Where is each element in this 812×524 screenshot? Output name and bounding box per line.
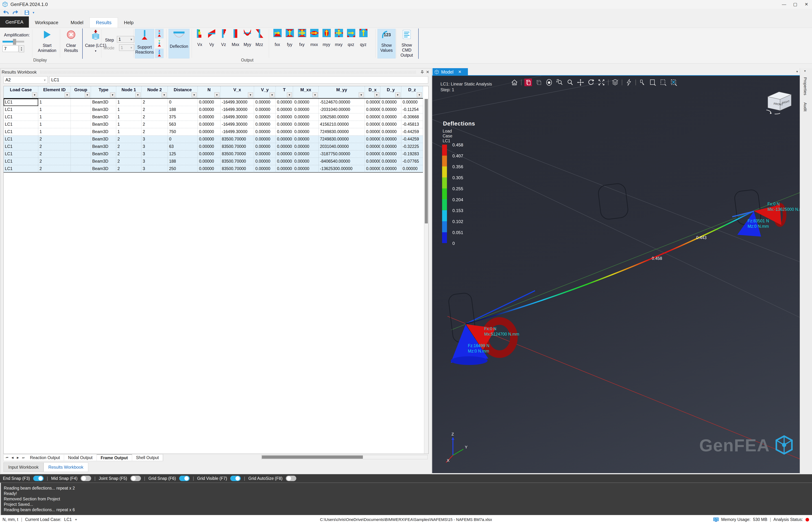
cell[interactable]: 0.00000 (198, 113, 221, 121)
cell[interactable]: LC1 (4, 158, 38, 165)
cell[interactable]: -3187750.00000 (319, 150, 365, 158)
cell[interactable]: 1 (38, 121, 71, 128)
ribbon-myy-shell-button[interactable]: myy (321, 29, 332, 59)
deselect-icon[interactable] (670, 79, 678, 86)
pan-icon[interactable] (577, 79, 584, 86)
ribbon-mxx-shell-button[interactable]: mxx (308, 29, 320, 59)
cell[interactable]: 2 (38, 165, 71, 173)
cell[interactable] (71, 113, 91, 121)
cell[interactable]: -16499.30000 (221, 106, 254, 113)
cell[interactable]: 0.00000 (276, 143, 293, 150)
cell[interactable]: -16499.30000 (221, 113, 254, 121)
ribbon-mxx-button[interactable]: Mxx (230, 29, 241, 59)
close-model-tab-icon[interactable]: ✕ (458, 70, 461, 74)
ribbon-mzz-button[interactable]: Mzz (254, 29, 265, 59)
cell[interactable]: 83500.70000 (221, 143, 254, 150)
cell[interactable]: 1 (38, 106, 71, 113)
cell[interactable]: 750 (168, 128, 198, 136)
cell[interactable] (71, 158, 91, 165)
view-cube[interactable]: FRONT RIGHT (764, 83, 796, 115)
command-output-console[interactable]: Reading beam deflections... repeat x 2Re… (0, 482, 812, 515)
cell[interactable]: 0.00000 (293, 143, 319, 150)
save-icon[interactable] (23, 10, 30, 15)
cell[interactable]: 0.00000 (380, 143, 401, 150)
cell[interactable]: -13625300.00000 (319, 165, 365, 173)
cell[interactable]: 2 (142, 106, 168, 113)
table-vertical-scrollbar[interactable] (424, 99, 428, 454)
cell[interactable]: 0.00000 (380, 158, 401, 165)
cell[interactable]: 0.00000 (365, 136, 380, 143)
cell[interactable]: LC1 (4, 99, 38, 106)
cell[interactable]: 0.00000 (365, 150, 380, 158)
cell[interactable]: 0.00000 (276, 136, 293, 143)
menu-tab-model[interactable]: Model (64, 17, 90, 28)
cell[interactable]: 0.00000 (276, 128, 293, 136)
table-horizontal-scrollbar[interactable] (261, 455, 428, 459)
cell[interactable]: -0.19283 (401, 150, 423, 158)
cell[interactable]: 0.00000 (276, 165, 293, 173)
cell[interactable]: 0.00000 (276, 158, 293, 165)
next-page-icon[interactable]: ▶ (15, 455, 20, 460)
cell[interactable]: 1 (116, 106, 142, 113)
cell[interactable]: 0.00000 (365, 121, 380, 128)
cell[interactable]: Beam3D (91, 165, 116, 173)
amplification-input[interactable]: 7 (2, 46, 18, 52)
filter-button[interactable]: ▼ (192, 92, 197, 97)
formula-bar[interactable]: LC1 (49, 76, 428, 83)
cell[interactable]: 1 (116, 128, 142, 136)
cell[interactable]: 0.00000 (293, 106, 319, 113)
amplification-stepper[interactable]: ▲▼ (19, 46, 24, 52)
cell[interactable]: -0.44259 (401, 128, 423, 136)
toggle-grid-snap-f6-[interactable] (179, 476, 190, 481)
cell[interactable]: 0.00000 (401, 165, 423, 173)
layers-icon[interactable] (611, 79, 619, 86)
zoom-icon[interactable] (566, 79, 574, 86)
shaded-view-icon[interactable] (524, 79, 532, 86)
cell[interactable]: 83500.70000 (221, 150, 254, 158)
cell[interactable]: 3 (142, 150, 168, 158)
ribbon-fyy-shell-button[interactable]: fyy (284, 29, 295, 59)
filter-button[interactable]: ▼ (110, 92, 115, 97)
cell[interactable]: 0.00000 (365, 106, 380, 113)
ribbon-vx-button[interactable]: Vx (194, 29, 205, 59)
cell[interactable]: Beam3D (91, 121, 116, 128)
cell[interactable] (71, 106, 91, 113)
cell[interactable]: 0.00000 (380, 113, 401, 121)
toggle-end-snap-f3-[interactable] (33, 476, 44, 481)
zoom-fit-icon[interactable] (598, 79, 605, 86)
cell[interactable]: -0.45813 (401, 121, 423, 128)
clear-results-button[interactable]: Clear Results (61, 29, 81, 59)
pin-icon[interactable] (419, 70, 425, 75)
model-tab[interactable]: Model ✕ (432, 68, 468, 76)
step-dropdown[interactable]: 1▼ (117, 36, 134, 43)
cell[interactable]: 0.00000 (380, 121, 401, 128)
cell[interactable]: 1 (38, 128, 71, 136)
cell[interactable]: 0.00000 (293, 121, 319, 128)
cell[interactable]: 7249830.00000 (319, 136, 365, 143)
cell[interactable]: 563 (168, 121, 198, 128)
cell[interactable]: 0.00000 (276, 150, 293, 158)
cell[interactable]: 3 (142, 165, 168, 173)
cell[interactable]: 0.00000 (293, 99, 319, 106)
menu-tab-results[interactable]: Results (90, 17, 118, 28)
cell[interactable]: 2 (116, 158, 142, 165)
cell[interactable]: 2 (116, 136, 142, 143)
cell[interactable]: 83500.70000 (221, 136, 254, 143)
cell[interactable]: 0.00000 (293, 113, 319, 121)
cell[interactable]: 0.00000 (198, 121, 221, 128)
drag-texture[interactable] (40, 70, 416, 74)
cell[interactable]: -16499.30000 (221, 128, 254, 136)
toggle-mid-snap-f4-[interactable] (81, 476, 91, 481)
cell[interactable]: 0.00000 (198, 158, 221, 165)
cell[interactable]: 0.00000 (365, 158, 380, 165)
last-page-icon[interactable]: ⏭ (20, 455, 26, 460)
zoom-window-icon[interactable] (556, 79, 563, 86)
cell[interactable]: 0.00000 (276, 121, 293, 128)
cell[interactable] (71, 143, 91, 150)
filter-button[interactable]: ▼ (417, 92, 422, 97)
filter-button[interactable]: ▼ (287, 92, 292, 97)
cell[interactable] (71, 150, 91, 158)
cell[interactable]: 0.00000 (380, 106, 401, 113)
cell[interactable]: 0.00000 (365, 165, 380, 173)
cell[interactable]: -2031040.00000 (319, 106, 365, 113)
